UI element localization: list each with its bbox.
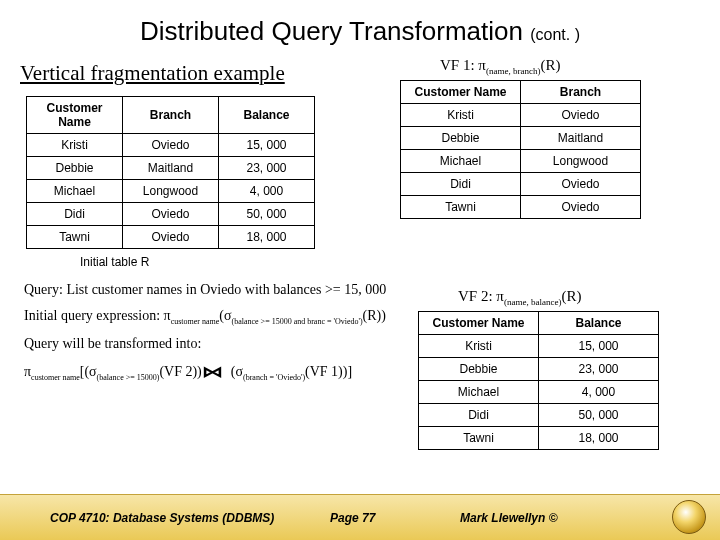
cell: Tawni [27, 226, 123, 249]
cell: Michael [27, 180, 123, 203]
footer-page: Page 77 [330, 511, 460, 525]
cell: Kristi [401, 104, 521, 127]
cell: 4, 000 [219, 180, 315, 203]
cell: Oviedo [521, 173, 641, 196]
vf1-table: Customer Name Branch KristiOviedo Debbie… [400, 80, 641, 219]
cell: 23, 000 [219, 157, 315, 180]
col-header: Balance [539, 312, 659, 335]
cell: 18, 000 [219, 226, 315, 249]
cell: Maitland [521, 127, 641, 150]
cell: Oviedo [123, 226, 219, 249]
cell: Kristi [419, 335, 539, 358]
cell: Michael [401, 150, 521, 173]
cell: Oviedo [123, 134, 219, 157]
cell: Oviedo [521, 196, 641, 219]
cell: Debbie [401, 127, 521, 150]
cell: Didi [419, 404, 539, 427]
cell: 23, 000 [539, 358, 659, 381]
col-header: Customer Name [401, 81, 521, 104]
cell: Debbie [27, 157, 123, 180]
query-line1: Query: List customer names in Oviedo wit… [24, 279, 414, 301]
cell: Michael [419, 381, 539, 404]
vf1-caption: VF 1: π(name, branch)(R) [440, 57, 700, 76]
col-header: Branch [521, 81, 641, 104]
cell: Didi [27, 203, 123, 226]
cell: Kristi [27, 134, 123, 157]
col-header: Balance [219, 97, 315, 134]
cell: Didi [401, 173, 521, 196]
subtitle: Vertical fragmentation example [20, 61, 400, 86]
title-cont: (cont. ) [530, 26, 580, 43]
cell: 50, 000 [219, 203, 315, 226]
query-line4: πcustomer name[(σ(balance >= 15000)(VF 2… [24, 359, 414, 385]
col-header: Customer Name [27, 97, 123, 134]
initial-table: Customer Name Branch Balance KristiOvied… [26, 96, 315, 249]
query-line3: Query will be transformed into: [24, 333, 414, 355]
footer-author: Mark Llewellyn © [460, 511, 640, 525]
footer-course: COP 4710: Database Systems (DDBMS) [50, 511, 330, 525]
cell: Oviedo [123, 203, 219, 226]
title-main: Distributed Query Transformation [140, 16, 523, 46]
query-body: Query: List customer names in Oviedo wit… [24, 279, 414, 385]
cell: 18, 000 [539, 427, 659, 450]
cell: 50, 000 [539, 404, 659, 427]
query-line2: Initial query expression: πcustomer name… [24, 305, 414, 329]
cell: Oviedo [521, 104, 641, 127]
vf2-caption: VF 2: π(name, balance)(R) [458, 288, 694, 307]
cell: Maitland [123, 157, 219, 180]
cell: 15, 000 [539, 335, 659, 358]
vf2-table: Customer Name Balance Kristi15, 000 Debb… [418, 311, 659, 450]
cell: Tawni [419, 427, 539, 450]
cell: 4, 000 [539, 381, 659, 404]
cell: Longwood [123, 180, 219, 203]
caption-main: Initial table R [80, 255, 400, 269]
cell: Debbie [419, 358, 539, 381]
cell: Tawni [401, 196, 521, 219]
footer: COP 4710: Database Systems (DDBMS) Page … [0, 494, 720, 540]
join-icon: ⋈ [202, 360, 223, 384]
ucf-logo-icon [672, 500, 706, 534]
slide-title: Distributed Query Transformation (cont. … [20, 16, 700, 47]
cell: Longwood [521, 150, 641, 173]
col-header: Customer Name [419, 312, 539, 335]
cell: 15, 000 [219, 134, 315, 157]
col-header: Branch [123, 97, 219, 134]
